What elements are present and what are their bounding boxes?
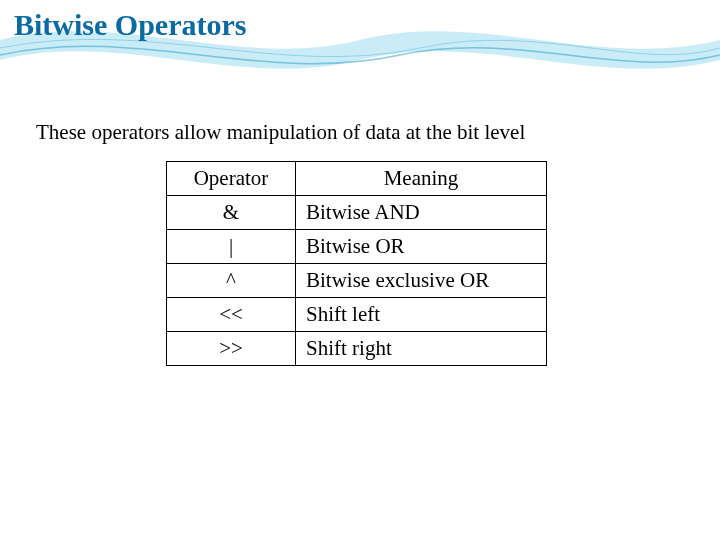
cell-operator: >> [167, 332, 296, 366]
cell-operator: << [167, 298, 296, 332]
cell-operator: | [167, 230, 296, 264]
cell-operator: & [167, 196, 296, 230]
header-operator: Operator [167, 162, 296, 196]
table-row: << Shift left [167, 298, 547, 332]
slide-title: Bitwise Operators [14, 8, 246, 42]
cell-meaning: Shift right [296, 332, 547, 366]
cell-meaning: Bitwise AND [296, 196, 547, 230]
slide-content: These operators allow manipulation of da… [36, 120, 684, 366]
intro-text: These operators allow manipulation of da… [36, 120, 684, 145]
header-meaning: Meaning [296, 162, 547, 196]
cell-meaning: Bitwise exclusive OR [296, 264, 547, 298]
table-row: & Bitwise AND [167, 196, 547, 230]
table-header-row: Operator Meaning [167, 162, 547, 196]
cell-operator: ^ [167, 264, 296, 298]
table-row: >> Shift right [167, 332, 547, 366]
cell-meaning: Bitwise OR [296, 230, 547, 264]
operators-table: Operator Meaning & Bitwise AND | Bitwise… [166, 161, 547, 366]
table-row: | Bitwise OR [167, 230, 547, 264]
cell-meaning: Shift left [296, 298, 547, 332]
table-row: ^ Bitwise exclusive OR [167, 264, 547, 298]
